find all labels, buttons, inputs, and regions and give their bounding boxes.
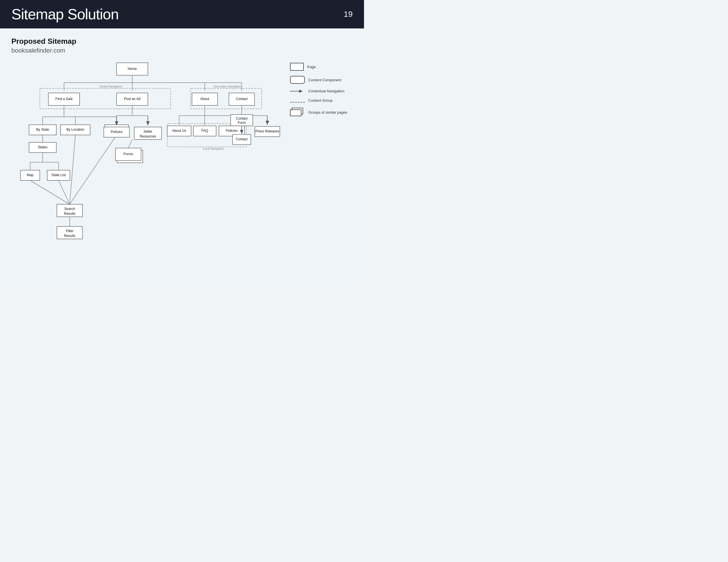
by-state-label: By State <box>36 128 49 132</box>
content-area: Proposed Sitemap booksalefinder.com Home <box>0 28 364 284</box>
state-list-label: State List <box>51 173 66 177</box>
legend-contextual-nav-label: Contextual Navigation <box>308 89 344 93</box>
find-a-sale-label: Find a Sale <box>55 97 73 101</box>
legend-content-group-label: Content Group <box>308 98 332 103</box>
local-nav-label: Local Navigation <box>203 147 224 150</box>
map-label: Map <box>27 173 34 177</box>
legend-contextual-nav-icon <box>290 89 305 93</box>
legend-content-component: Content Component <box>290 76 353 84</box>
header-page-number: 19 <box>344 10 353 19</box>
filter-results-label2: Results <box>64 234 75 238</box>
search-to-results <box>70 135 117 204</box>
sitemap-diagram: Home Global Navigation Secondary Navigat… <box>11 60 284 274</box>
seller-resources-label: Seller <box>144 130 152 134</box>
legend-content-group-icon <box>290 99 305 103</box>
contact-form-label: Contact <box>236 117 248 121</box>
policies-label: Policies <box>111 130 122 134</box>
post-an-ad-label: Post an Ad <box>124 97 140 101</box>
search-results-label: Search <box>64 207 75 211</box>
map-to-results <box>30 181 70 204</box>
section-title: Proposed Sitemap <box>11 37 353 46</box>
forms-label: Forms <box>123 152 133 156</box>
about-us-label: About Us <box>172 129 186 133</box>
sitemap-svg: Home Global Navigation Secondary Navigat… <box>11 60 284 273</box>
global-nav-label: Global Navigation <box>100 85 122 88</box>
legend: Page Content Component <box>290 60 353 274</box>
seller-resources-label2: Resources <box>140 134 156 138</box>
header: Sitemap Solution 19 <box>0 0 364 28</box>
by-location-label: By Location <box>67 128 84 132</box>
legend-groups-similar: Groups of similar pages <box>290 108 353 117</box>
filter-results-label: Filter <box>66 229 74 233</box>
legend-content-group: Content Group <box>290 98 353 103</box>
legend-contextual-nav: Contextual Navigation <box>290 89 353 93</box>
legend-content-component-icon <box>290 76 305 84</box>
press-releases-label: Press Releases <box>255 129 279 133</box>
by-location-to-results <box>70 135 75 204</box>
legend-content-component-label: Content Component <box>308 78 341 82</box>
home-label: Home <box>128 67 137 71</box>
faq-label: FAQ <box>201 129 208 133</box>
states-label: States <box>38 145 47 149</box>
contact2-label: Contact <box>236 137 248 141</box>
legend-page: Page <box>290 63 353 71</box>
about-label: About <box>200 97 209 101</box>
section-subtitle: booksalefinder.com <box>11 47 353 54</box>
legend-stacked-front <box>290 109 301 116</box>
main-area: Home Global Navigation Secondary Navigat… <box>11 60 353 274</box>
legend-page-icon <box>290 63 304 71</box>
header-title: Sitemap Solution <box>11 6 119 23</box>
contact-form-label2: Form <box>238 121 246 125</box>
to-forms <box>128 140 132 148</box>
secondary-nav-label: Secondary Navigation <box>214 85 241 88</box>
legend-page-label: Page <box>307 65 316 69</box>
legend-groups-similar-label: Groups of similar pages <box>308 110 347 115</box>
contact-label: Contact <box>236 97 248 101</box>
about-policies-label: Policies <box>226 129 237 133</box>
search-results-label2: Results <box>64 212 75 216</box>
legend-groups-similar-icon <box>290 108 305 117</box>
